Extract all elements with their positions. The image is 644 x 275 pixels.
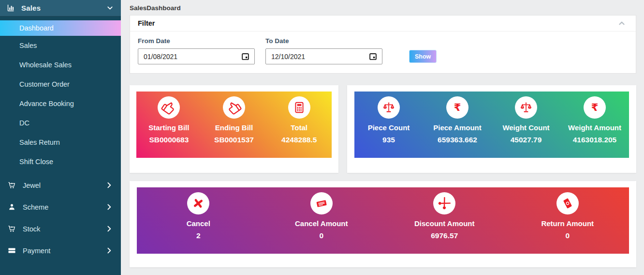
show-button[interactable]: Show: [409, 50, 437, 63]
stat-discount-amount: Discount Amount 6976.57: [383, 187, 506, 254]
page-title: SalesDashboard: [130, 4, 636, 12]
stat-value: 659363.662: [438, 136, 477, 144]
stat-value: 0: [319, 231, 323, 240]
stat-label: Discount Amount: [414, 219, 474, 228]
stat-label: Starting Bill: [148, 123, 189, 132]
money-check-icon: [310, 192, 333, 214]
sidebar-header-label: Sales: [21, 4, 41, 12]
balance-scale-icon: [515, 96, 537, 119]
sidebar-nav: Dashboard Sales Wholesale Sales Customer…: [0, 20, 121, 261]
stat-value: 2: [196, 231, 201, 240]
sidebar-item-dashboard[interactable]: Dashboard: [0, 20, 121, 36]
sidebar-item-label: Payment: [23, 247, 50, 255]
stat-value: 0: [565, 231, 570, 240]
sidebar-item-stock[interactable]: Stock: [0, 218, 121, 240]
rupee-icon: ₹: [446, 96, 468, 119]
stat-return-amount: Return Amount 0: [506, 187, 629, 254]
sidebar-item-dc[interactable]: DC: [0, 113, 121, 133]
cancel-discount-summary-panel: Cancel 2 Cancel Amount 0 D: [130, 181, 636, 267]
sidebar-item-label: Sales Return: [19, 138, 60, 146]
filter-panel: Filter From Date 01/08/2021 To Date: [130, 15, 636, 74]
stat-value: SB0001537: [214, 136, 254, 144]
stat-label: Total: [291, 123, 307, 132]
stat-piece-amount: ₹ Piece Amount 659363.662: [423, 92, 492, 158]
money-bill-icon: [556, 192, 579, 214]
from-date-field: From Date 01/08/2021: [138, 37, 255, 64]
calendar-icon[interactable]: [241, 52, 249, 61]
calendar-icon[interactable]: [369, 52, 377, 61]
sidebar-item-payment[interactable]: Payment: [0, 240, 121, 261]
sidebar-item-wholesale-sales[interactable]: Wholesale Sales: [0, 55, 121, 75]
stat-value: 4248288.5: [281, 136, 317, 144]
stat-weight-amount: ₹ Weight Amount 4163018.205: [560, 92, 629, 158]
chevron-right-icon: [105, 246, 113, 255]
main-content: SalesDashboard Filter From Date 01/08/20…: [121, 0, 644, 275]
stat-label: Piece Count: [368, 123, 410, 132]
sidebar-item-advance-booking[interactable]: Advance Booking: [0, 94, 121, 113]
stat-total: Total 4248288.5: [266, 92, 332, 158]
sidebar-header-sales[interactable]: Sales: [0, 0, 121, 16]
chevron-down-icon: [106, 4, 114, 12]
chevron-right-icon: [105, 225, 113, 233]
sidebar-item-label: Stock: [23, 225, 40, 233]
cart-icon: [8, 181, 16, 189]
piece-weight-summary-panel: Piece Count 935 ₹ Piece Amount 659363.66…: [347, 85, 636, 173]
filter-panel-header: Filter: [130, 15, 636, 31]
to-date-field: To Date 12/10/2021: [265, 37, 382, 64]
sidebar-item-jewel[interactable]: Jewel: [0, 174, 121, 196]
sidebar-item-label: Sales: [19, 42, 37, 49]
stat-label: Return Amount: [541, 219, 594, 228]
stat-value: 4163018.205: [573, 136, 617, 144]
to-date-input[interactable]: 12/10/2021: [265, 48, 382, 64]
thumbs-up-right-icon: [158, 96, 180, 119]
piece-weight-summary-card: Piece Count 935 ₹ Piece Amount 659363.66…: [354, 92, 629, 158]
from-date-input[interactable]: 01/08/2021: [138, 48, 255, 64]
chevron-right-icon: [105, 203, 113, 211]
stat-value: 45027.79: [511, 136, 542, 144]
stat-label: Weight Amount: [568, 123, 621, 132]
sidebar-item-customer-order[interactable]: Customer Order: [0, 75, 121, 94]
sidebar-item-sales-return[interactable]: Sales Return: [0, 133, 121, 152]
credit-card-icon: [8, 246, 16, 255]
sidebar-item-shift-close[interactable]: Shift Close: [0, 152, 121, 171]
cart-icon: [8, 225, 16, 233]
sidebar-item-label: Shift Close: [19, 158, 53, 166]
sidebar-item-label: Advance Booking: [19, 100, 74, 107]
filter-body: From Date 01/08/2021 To Date 12/10/2021: [130, 31, 636, 73]
chevron-right-icon: [105, 181, 113, 189]
app-window: Sales Dashboard Sales Wholesale Sales Cu…: [0, 0, 644, 275]
user-icon: [8, 203, 16, 211]
to-date-label: To Date: [265, 37, 382, 45]
summary-row-2: Cancel 2 Cancel Amount 0 D: [130, 181, 636, 267]
rupee-icon: ₹: [584, 96, 606, 119]
chevron-up-icon[interactable]: [617, 19, 628, 28]
sidebar-item-label: DC: [19, 119, 29, 127]
sidebar: Sales Dashboard Sales Wholesale Sales Cu…: [0, 0, 121, 275]
balance-scale-icon: [378, 96, 400, 119]
stat-ending-bill: Ending Bill SB0001537: [202, 92, 267, 158]
stat-value: 6976.57: [431, 231, 458, 240]
from-date-label: From Date: [138, 37, 255, 45]
x-mark-icon: [187, 192, 209, 214]
summary-row-1: Starting Bill SB0000683 Ending Bill SB00…: [130, 85, 636, 173]
stat-value: SB0000683: [149, 136, 189, 144]
calculator-icon: [288, 96, 310, 119]
sidebar-item-label: Wholesale Sales: [19, 61, 72, 69]
bill-summary-card: Starting Bill SB0000683 Ending Bill SB00…: [136, 92, 332, 158]
thumbs-up-left-icon: [223, 96, 245, 119]
sidebar-groups: Jewel Scheme: [0, 174, 121, 261]
stat-value: 935: [382, 136, 395, 144]
stat-piece-count: Piece Count 935: [354, 92, 423, 158]
stat-label: Piece Amount: [433, 123, 481, 132]
stat-weight-count: Weight Count 45027.79: [492, 92, 560, 158]
filter-title: Filter: [138, 19, 155, 27]
sidebar-item-scheme[interactable]: Scheme: [0, 196, 121, 218]
sidebar-item-sales[interactable]: Sales: [0, 36, 121, 55]
stat-starting-bill: Starting Bill SB0000683: [136, 92, 202, 158]
stat-label: Weight Count: [502, 123, 549, 132]
stat-cancel: Cancel 2: [137, 187, 260, 254]
sidebar-item-label: Scheme: [23, 203, 48, 211]
bill-summary-panel: Starting Bill SB0000683 Ending Bill SB00…: [130, 85, 338, 173]
from-date-value: 01/08/2021: [144, 53, 177, 61]
sidebar-item-label: Dashboard: [19, 24, 54, 32]
